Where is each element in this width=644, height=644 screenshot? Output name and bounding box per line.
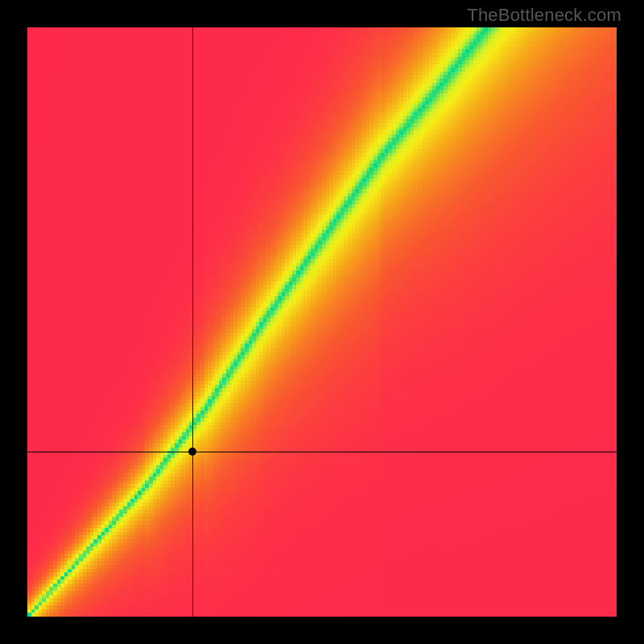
watermark-text: TheBottleneck.com: [467, 5, 621, 26]
chart-frame: TheBottleneck.com: [0, 0, 644, 644]
heatmap-canvas: [27, 27, 617, 617]
crosshair-vertical: [192, 27, 193, 617]
crosshair-horizontal: [27, 452, 617, 452]
crosshair-marker: [188, 448, 196, 456]
